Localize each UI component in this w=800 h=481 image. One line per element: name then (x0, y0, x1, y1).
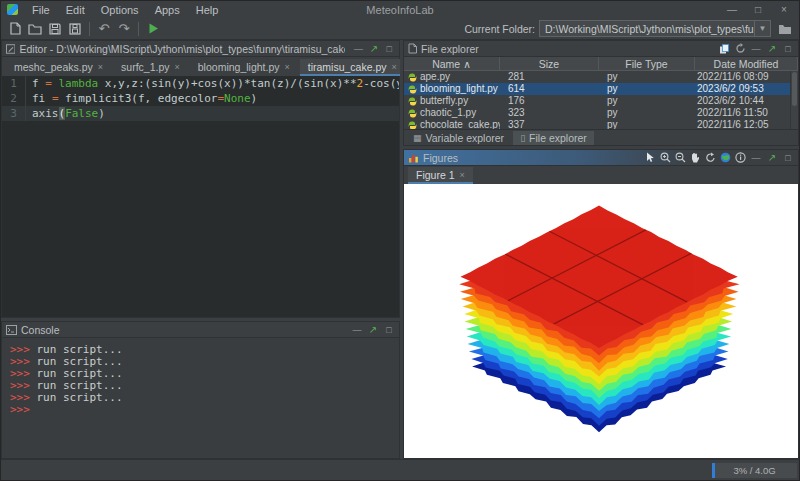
code-text: f = lambda x,y,z:(sin(y)+cos(x))*tan(z)/… (26, 76, 399, 91)
figure-tab[interactable]: Figure 1× (408, 167, 473, 184)
console-maximize-icon[interactable]: □ (383, 324, 395, 336)
editor-tab-meshc_peaks.py[interactable]: meshc_peaks.py× (6, 59, 111, 76)
menu-item-options[interactable]: Options (93, 3, 147, 17)
figures-minimize-icon[interactable]: — (750, 152, 762, 164)
console-text: run script... (30, 391, 123, 404)
table-row[interactable]: blooming_light.py614py2023/6/2 09:53 (404, 83, 798, 95)
figure-canvas[interactable] (404, 184, 798, 458)
editor-minimize-icon[interactable]: — (353, 43, 364, 55)
toolbar-separator (138, 22, 139, 36)
console-minimize-icon[interactable]: — (351, 324, 363, 336)
undo-icon[interactable]: ↶ (94, 20, 114, 38)
console-float-icon[interactable]: ↗ (367, 324, 379, 336)
memory-usage-text: 3% / 4.0G (712, 465, 797, 476)
current-folder-combo[interactable]: D:\Working\MIScript\Jython\mis\plot_type… (539, 20, 771, 37)
window-close-icon[interactable]: × (773, 3, 795, 16)
file-table-scrollbar[interactable] (790, 71, 798, 129)
close-icon[interactable]: × (175, 62, 180, 72)
open-folder-icon[interactable] (25, 20, 45, 38)
window-maximize-icon[interactable]: □ (747, 3, 769, 16)
editor-tab-blooming_light.py[interactable]: blooming_light.py× (190, 59, 298, 76)
file-name-cell: blooming_light.py (404, 83, 500, 95)
rotate-icon[interactable] (704, 152, 716, 164)
window-minimize-icon[interactable]: — (721, 3, 743, 16)
column-header-file-type[interactable]: File Type (599, 57, 695, 70)
editor-maximize-icon[interactable]: □ (384, 43, 395, 55)
figures-maximize-icon[interactable]: □ (782, 152, 794, 164)
pan-hand-icon[interactable] (689, 152, 701, 164)
file-size-cell: 323 (500, 107, 599, 119)
run-script-icon[interactable] (143, 20, 163, 38)
file-name-cell: chaotic_1.py (404, 107, 500, 119)
figures-toolbar (644, 152, 746, 164)
file-name: ape.py (420, 71, 450, 83)
code-editor[interactable]: 1f = lambda x,y,z:(sin(y)+cos(x))*tan(z)… (2, 76, 399, 317)
python-file-icon (408, 109, 417, 118)
menu-item-file[interactable]: File (24, 3, 58, 17)
console-line: >>> (10, 404, 399, 416)
console-panel: Console — ↗ □ >>> run script...>>> run s… (1, 321, 400, 459)
menu-item-apps[interactable]: Apps (147, 3, 188, 17)
zoom-in-icon[interactable] (659, 152, 671, 164)
editor-tab-label: tiramisu_cake.py (308, 61, 387, 73)
menu-item-edit[interactable]: Edit (58, 3, 93, 17)
editor-tab-tiramisu_cake.py[interactable]: tiramisu_cake.py× (300, 59, 405, 76)
file-explorer-minimize-icon[interactable]: — (750, 43, 762, 55)
zoom-out-icon[interactable] (674, 152, 686, 164)
code-line: 2fi = fimplicit3(f, edgecolor=None) (2, 91, 399, 106)
select-arrow-icon[interactable] (644, 152, 656, 164)
column-header-name[interactable]: Name ∧ (404, 57, 500, 70)
tab-variable-table[interactable]: ▦Variable explorer (406, 131, 511, 145)
table-row[interactable]: chocolate_cake.py337py2022/11/6 12:05 (404, 119, 798, 129)
figure-plot (404, 184, 798, 458)
figures-panel: Figures (403, 149, 799, 459)
chevron-down-icon[interactable]: ▼ (754, 21, 770, 36)
browse-folder-icon[interactable] (775, 20, 795, 38)
file-name: chocolate_cake.py (420, 119, 500, 129)
close-icon[interactable]: × (392, 62, 397, 72)
close-icon[interactable]: × (285, 62, 290, 72)
close-icon[interactable]: × (460, 170, 465, 180)
table-row[interactable]: ape.py281py2022/11/6 08:09 (404, 71, 798, 83)
memory-usage-widget[interactable]: 3% / 4.0G (712, 463, 797, 478)
code-text: fi = fimplicit3(f, edgecolor=None) (26, 91, 257, 106)
editor-tab-surfc_1.py[interactable]: surfc_1.py× (113, 59, 188, 76)
editor-float-icon[interactable]: ↗ (368, 43, 379, 55)
code-token: = (52, 92, 59, 105)
new-file-icon[interactable] (5, 20, 25, 38)
figure-tabbar: Figure 1× (404, 166, 798, 184)
column-header-date-modified[interactable]: Date Modified (695, 57, 798, 70)
current-folder-label: Current Folder: (464, 23, 535, 35)
menu-item-help[interactable]: Help (188, 3, 227, 17)
editor-panel-header: Editor - D:\Working\MIScript\Jython\mis\… (2, 41, 399, 57)
console-output[interactable]: >>> run script...>>> run script...>>> ru… (2, 338, 399, 458)
file-explorer-float-icon[interactable]: ↗ (766, 43, 778, 55)
identify-info-icon[interactable] (734, 152, 746, 164)
file-explorer-title: File explorer (421, 43, 479, 55)
figures-float-icon[interactable]: ↗ (766, 152, 778, 164)
table-row[interactable]: butterfly.py176py2023/6/2 10:44 (404, 95, 798, 107)
code-token: None (224, 92, 251, 105)
code-token: ) (251, 92, 258, 105)
tab-file-page[interactable]: ▯File explorer (513, 131, 594, 145)
save-icon[interactable] (45, 20, 65, 38)
menubar: FileEditOptionsAppsHelp MeteoInfoLab — □… (1, 1, 799, 18)
file-name-cell: ape.py (404, 71, 500, 83)
editor-panel-title: Editor - D:\Working\MIScript\Jython\mis\… (19, 43, 344, 55)
copy-file-icon[interactable] (718, 43, 730, 55)
toolbar-separator (89, 22, 90, 36)
console-text (30, 403, 37, 416)
refresh-icon[interactable] (734, 43, 746, 55)
save-all-icon[interactable] (65, 20, 85, 38)
table-row[interactable]: chaotic_1.py323py2022/11/6 11:50 (404, 107, 798, 119)
file-explorer-maximize-icon[interactable]: □ (782, 43, 794, 55)
column-header-size[interactable]: Size (500, 57, 599, 70)
tab-label: Variable explorer (426, 132, 505, 144)
figures-icon (408, 153, 419, 163)
python-file-icon (408, 73, 417, 82)
file-modified-cell: 2022/11/6 11:50 (695, 107, 798, 119)
redo-icon[interactable]: ↷ (114, 20, 134, 38)
close-icon[interactable]: × (98, 62, 103, 72)
file-name: blooming_light.py (420, 83, 498, 95)
globe-icon[interactable] (719, 152, 731, 164)
